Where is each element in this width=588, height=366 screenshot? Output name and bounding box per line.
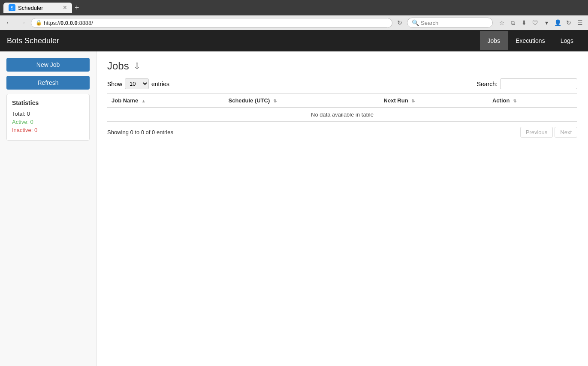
url-path: / bbox=[91, 20, 93, 26]
show-entries: Show 10 25 50 100 entries bbox=[107, 78, 169, 89]
browser-tab[interactable]: S Scheduler × bbox=[3, 3, 72, 13]
nav-jobs[interactable]: Jobs bbox=[480, 31, 508, 50]
search-label-area: Search: bbox=[477, 78, 577, 89]
table-controls: Show 10 25 50 100 entries Search: bbox=[107, 78, 577, 89]
tab-favicon: S bbox=[9, 4, 15, 11]
sync-icon[interactable]: ↻ bbox=[564, 18, 573, 27]
refresh-button[interactable]: Refresh bbox=[6, 76, 90, 90]
address-bar[interactable]: 🔒 https://0.0.0.0:8888/ bbox=[31, 18, 392, 28]
tab-label: Scheduler bbox=[18, 5, 43, 11]
sort-icon-job-name: ▲ bbox=[142, 99, 146, 103]
new-job-button[interactable]: New Job bbox=[6, 58, 90, 72]
showing-text: Showing 0 to 0 of 0 entries bbox=[107, 129, 173, 135]
app-body: New Job Refresh Statistics Total: 0 Acti… bbox=[0, 51, 588, 366]
browser-search-bar[interactable]: 🔍 bbox=[407, 18, 493, 28]
reload-button[interactable]: ↻ bbox=[395, 18, 404, 27]
table-search-input[interactable] bbox=[500, 78, 577, 89]
table-header-row: Job Name ▲ Schedule (UTC) ⇅ Next Run ⇅ A… bbox=[107, 94, 577, 108]
jobs-table: Job Name ▲ Schedule (UTC) ⇅ Next Run ⇅ A… bbox=[107, 93, 577, 122]
address-bar-row: ← → 🔒 https://0.0.0.0:8888/ ↻ 🔍 ☆ ⧉ ⬇ 🛡 … bbox=[0, 15, 588, 30]
col-action[interactable]: Action ⇅ bbox=[488, 94, 577, 108]
no-data-cell: No data available in table bbox=[107, 108, 577, 122]
sort-icon-action: ⇅ bbox=[513, 99, 516, 103]
entries-select[interactable]: 10 25 50 100 bbox=[125, 78, 149, 89]
main-content: Jobs ⇩ Show 10 25 50 100 entries Search: bbox=[96, 51, 588, 366]
col-next-run[interactable]: Next Run ⇅ bbox=[380, 94, 488, 108]
app-navbar: Bots Scheduler Jobs Executions Logs bbox=[0, 30, 588, 51]
nav-executions[interactable]: Executions bbox=[508, 31, 552, 50]
shield-icon[interactable]: 🛡 bbox=[531, 18, 540, 27]
search-text-label: Search: bbox=[477, 81, 498, 87]
pagination-buttons: Previous Next bbox=[520, 127, 577, 138]
forward-button[interactable]: → bbox=[17, 18, 28, 27]
url-protocol: https:// bbox=[44, 20, 60, 26]
stat-active: Active: 0 bbox=[12, 119, 84, 125]
download-icon[interactable]: ⬇ bbox=[519, 18, 529, 27]
secure-icon: 🔒 bbox=[36, 20, 42, 26]
nav-links: Jobs Executions Logs bbox=[480, 31, 581, 50]
stat-total: Total: 0 bbox=[12, 111, 84, 117]
menu-icon[interactable]: ☰ bbox=[575, 18, 585, 27]
entries-label: entries bbox=[151, 81, 169, 87]
previous-button[interactable]: Previous bbox=[520, 127, 553, 138]
app-brand: Bots Scheduler bbox=[7, 36, 480, 45]
show-label: Show bbox=[107, 81, 122, 87]
back-button[interactable]: ← bbox=[3, 18, 15, 27]
profile-icon[interactable]: 👤 bbox=[553, 18, 562, 27]
browser-search-input[interactable] bbox=[421, 20, 481, 26]
col-schedule[interactable]: Schedule (UTC) ⇅ bbox=[224, 94, 380, 108]
download-icon[interactable]: ⇩ bbox=[133, 61, 141, 71]
statistics-box: Statistics Total: 0 Active: 0 Inactive: … bbox=[6, 94, 90, 141]
url-port: :8888 bbox=[78, 20, 92, 26]
search-icon: 🔍 bbox=[412, 19, 419, 26]
bookmark-icon[interactable]: ☆ bbox=[497, 18, 507, 27]
extensions-icon[interactable]: ⧉ bbox=[508, 18, 518, 27]
pagination-row: Showing 0 to 0 of 0 entries Previous Nex… bbox=[107, 127, 577, 138]
sort-icon-schedule: ⇅ bbox=[273, 99, 277, 103]
table-header: Job Name ▲ Schedule (UTC) ⇅ Next Run ⇅ A… bbox=[107, 94, 577, 108]
browser-actions: ☆ ⧉ ⬇ 🛡 ▾ 👤 ↻ ☰ bbox=[497, 18, 585, 27]
col-job-name[interactable]: Job Name ▲ bbox=[107, 94, 224, 108]
sidebar: New Job Refresh Statistics Total: 0 Acti… bbox=[0, 51, 96, 366]
tab-close-button[interactable]: × bbox=[63, 4, 67, 11]
nav-logs[interactable]: Logs bbox=[553, 31, 581, 50]
table-body: No data available in table bbox=[107, 108, 577, 122]
next-button[interactable]: Next bbox=[555, 127, 577, 138]
url-display: https://0.0.0.0:8888/ bbox=[44, 20, 93, 26]
new-tab-button[interactable]: + bbox=[75, 3, 79, 12]
sort-icon-next-run: ⇅ bbox=[411, 99, 415, 103]
no-data-row: No data available in table bbox=[107, 108, 577, 122]
statistics-title: Statistics bbox=[12, 99, 84, 106]
page-title-text: Jobs bbox=[107, 60, 129, 72]
url-host: 0.0.0.0 bbox=[60, 20, 78, 26]
stat-inactive: Inactive: 0 bbox=[12, 127, 84, 133]
page-title: Jobs ⇩ bbox=[107, 60, 577, 72]
browser-chrome: S Scheduler × + bbox=[0, 0, 588, 15]
dropdown-icon[interactable]: ▾ bbox=[542, 18, 551, 27]
